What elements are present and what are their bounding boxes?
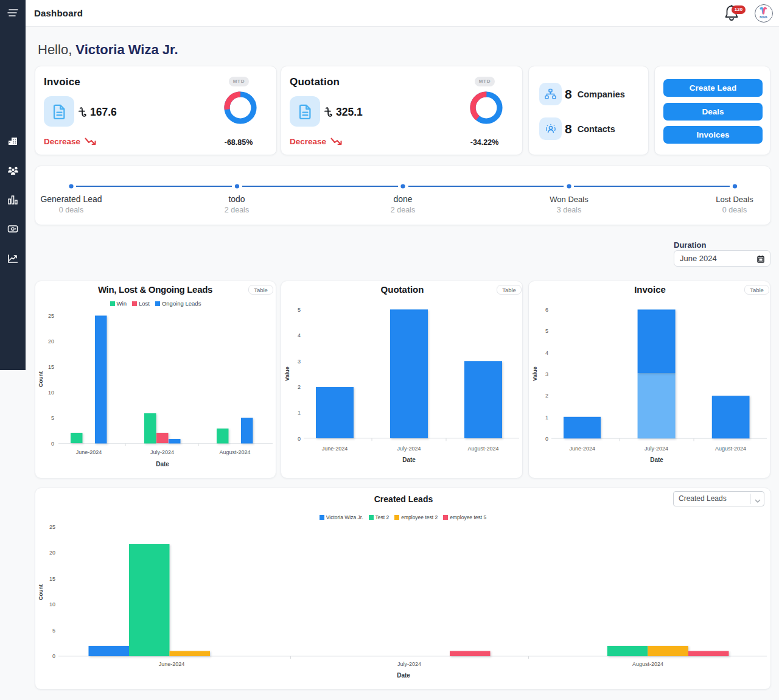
svg-text:Date: Date [397,672,410,679]
svg-text:2: 2 [298,384,301,390]
svg-text:0: 0 [298,436,301,442]
svg-text:5: 5 [298,307,301,313]
svg-text:5: 5 [51,415,54,421]
svg-text:June-2024: June-2024 [76,449,102,455]
svg-text:25: 25 [48,313,54,319]
svg-text:Quotation: Quotation [381,284,424,295]
svg-text:June-2024: June-2024 [569,446,595,452]
svg-text:10: 10 [48,390,54,396]
svg-text:Count: Count [38,584,44,600]
svg-text:0: 0 [51,441,54,447]
svg-text:10: 10 [49,601,55,607]
svg-text:4: 4 [298,332,301,338]
svg-text:NOVA: NOVA [760,16,767,19]
svg-text:20: 20 [49,550,55,556]
svg-text:5: 5 [545,328,548,334]
svg-text:August-2024: August-2024 [715,446,746,452]
svg-text:1: 1 [545,415,548,421]
svg-text:1: 1 [298,410,301,416]
svg-text:August-2024: August-2024 [219,449,250,455]
svg-text:3: 3 [298,359,301,365]
svg-text:2: 2 [545,393,548,399]
svg-text:August-2024: August-2024 [632,661,663,667]
svg-text:6: 6 [545,307,548,313]
svg-text:4: 4 [545,350,548,356]
svg-text:15: 15 [49,576,55,582]
svg-text:Win, Lost & Ongoing Leads: Win, Lost & Ongoing Leads [98,284,212,295]
svg-text:3: 3 [545,371,548,377]
svg-text:Value: Value [532,366,538,381]
svg-text:August-2024: August-2024 [467,446,498,452]
svg-text:0: 0 [545,436,548,442]
svg-text:Value: Value [284,366,290,381]
svg-text:25: 25 [49,524,55,530]
svg-text:0: 0 [52,653,55,659]
svg-text:July-2024: July-2024 [397,446,421,452]
svg-text:Created Leads: Created Leads [374,494,433,504]
svg-text:June-2024: June-2024 [159,661,185,667]
svg-text:5: 5 [52,628,55,634]
svg-text:June-2024: June-2024 [322,446,348,452]
svg-text:Invoice: Invoice [634,284,666,295]
svg-text:July-2024: July-2024 [397,661,421,667]
svg-text:20: 20 [48,338,54,345]
svg-text:Count: Count [38,371,44,387]
svg-text:Date: Date [402,457,416,463]
svg-text:July-2024: July-2024 [150,449,174,455]
svg-text:Date: Date [650,457,663,463]
svg-text:Date: Date [156,461,169,467]
svg-text:July-2024: July-2024 [645,446,668,452]
svg-text:15: 15 [48,364,54,370]
